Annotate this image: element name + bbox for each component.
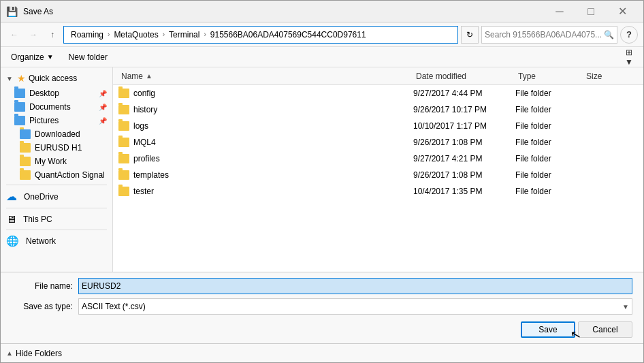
secondary-toolbar: Organize ▼ New folder ⊞ ▼ [1,47,643,67]
address-bar[interactable]: Roaming › MetaQuotes › Terminal › 915566… [63,26,458,44]
table-row[interactable]: tester 10/4/2017 1:35 PM File folder [113,183,643,200]
sidebar-item-onedrive[interactable]: ☁ OneDrive [1,188,112,205]
file-date: 10/10/2017 1:17 PM [413,121,515,131]
sidebar-item-eurusd-label: EURUSD H1 [35,143,82,153]
table-row[interactable]: MQL4 9/26/2017 1:08 PM File folder [113,134,643,151]
footer-chevron-icon: ▲ [6,349,13,357]
quick-access-label: Quick access [29,74,77,83]
search-box[interactable]: 🔍 [481,26,617,44]
new-folder-button[interactable]: New folder [64,49,112,65]
savetype-select[interactable]: ASCII Text (*.csv) ▼ [78,298,632,315]
save-button[interactable]: Save [521,321,575,338]
file-name: history [133,105,413,114]
pin-icon-pictures: 📌 [99,117,107,125]
sidebar-item-quantaction[interactable]: QuantAction Signal [1,168,112,182]
forward-button[interactable]: → [25,27,42,43]
back-button[interactable]: ← [6,27,22,43]
documents-folder-icon [14,102,25,112]
file-date: 9/27/2017 4:44 PM [413,89,515,98]
search-input[interactable] [485,30,601,40]
close-button[interactable]: ✕ [607,1,638,22]
search-icon: 🔍 [604,30,614,40]
sidebar-item-mywork-label: My Work [35,157,67,166]
table-row[interactable]: profiles 9/27/2017 4:21 PM File folder [113,151,643,167]
file-header: Name ▲ Date modified Type Size [113,67,643,85]
folder-icon [118,121,129,131]
cancel-button[interactable]: Cancel [578,321,632,338]
sidebar-item-documents[interactable]: Documents 📌 [1,100,112,114]
addr-terminal[interactable]: Terminal [166,29,202,41]
savetype-value: ASCII Text (*.csv) [82,302,629,311]
filename-input[interactable] [78,278,632,294]
folder-icon [118,170,129,180]
file-type: File folder [515,170,583,180]
sidebar-item-network[interactable]: 🌐 Network [1,233,112,249]
onedrive-icon: ☁ [6,190,17,203]
file-date: 9/26/2017 10:17 PM [413,105,515,114]
help-button[interactable]: ? [620,26,638,44]
file-type: File folder [515,89,583,98]
sidebar-item-desktop[interactable]: Desktop 📌 [1,86,112,100]
organize-chevron-icon: ▼ [47,53,54,61]
view-options-button[interactable]: ⊞ ▼ [620,49,638,65]
organize-button[interactable]: Organize ▼ [6,49,59,65]
organize-label: Organize [11,52,44,62]
dialog-icon: 💾 [6,6,18,17]
col-header-name[interactable]: Name ▲ [118,67,413,84]
quick-access-header[interactable]: ▼ ★ Quick access [1,70,112,86]
sidebar-item-desktop-label: Desktop [29,89,59,98]
sidebar-item-mywork[interactable]: My Work [1,155,112,168]
file-name: logs [133,121,413,131]
hide-folders-label[interactable]: Hide Folders [16,349,62,358]
file-name: MQL4 [133,138,413,147]
file-type: File folder [515,138,583,147]
maximize-button[interactable]: □ [575,1,607,22]
col-name-label: Name [121,72,143,81]
folder-icon [118,105,129,114]
col-header-type[interactable]: Type [515,67,583,84]
toolbar-right: ⊞ ▼ [620,49,638,65]
eurusd-folder-icon [20,143,31,153]
savetype-arrow-icon: ▼ [622,303,629,311]
sidebar-item-onedrive-label: OneDrive [24,192,59,202]
col-size-label: Size [586,72,602,81]
col-header-size[interactable]: Size [583,67,638,84]
file-name: profiles [133,154,413,163]
sidebar-item-network-label: Network [26,236,56,246]
addr-folder[interactable]: 915566BA06ADA407569C544CC0D97611 [208,29,369,41]
save-button-wrap: Save ↖ [521,321,575,338]
thispc-icon: 🖥 [6,213,16,225]
col-name-sort-icon: ▲ [146,72,152,80]
pin-icon-documents: 📌 [99,104,107,111]
title-bar: 💾 Save As ─ □ ✕ [1,1,643,22]
folder-icon [118,154,129,163]
table-row[interactable]: templates 9/26/2017 1:08 PM File folder [113,167,643,183]
filename-row: File name: [12,278,632,294]
file-date: 9/26/2017 1:08 PM [413,170,515,180]
sidebar-item-downloaded[interactable]: Downloaded [1,127,112,141]
minimize-button[interactable]: ─ [544,1,575,22]
sidebar-item-pictures[interactable]: Pictures 📌 [1,114,112,127]
refresh-button[interactable]: ↻ [461,26,479,44]
sidebar-item-thispc-label: This PC [23,215,52,224]
table-row[interactable]: logs 10/10/2017 1:17 PM File folder [113,118,643,134]
sidebar-item-thispc[interactable]: 🖥 This PC [1,211,112,227]
addr-roaming[interactable]: Roaming [68,29,106,41]
sidebar-item-pictures-label: Pictures [29,116,59,125]
col-date-label: Date modified [416,72,466,81]
up-button[interactable]: ↑ [44,27,61,43]
file-date: 10/4/2017 1:35 PM [413,187,515,196]
col-header-date[interactable]: Date modified [413,67,515,84]
file-date: 9/27/2017 4:21 PM [413,154,515,163]
address-toolbar: ← → ↑ Roaming › MetaQuotes › Terminal › … [1,22,643,47]
table-row[interactable]: history 9/26/2017 10:17 PM File folder [113,101,643,118]
file-list: Name ▲ Date modified Type Size config 9/… [113,67,643,272]
file-type: File folder [515,154,583,163]
sidebar-item-eurusd[interactable]: EURUSD H1 [1,141,112,155]
file-rows: config 9/27/2017 4:44 PM File folder his… [113,85,643,272]
pin-icon-desktop: 📌 [99,90,107,97]
table-row[interactable]: config 9/27/2017 4:44 PM File folder [113,85,643,101]
sidebar: ▼ ★ Quick access Desktop 📌 Documents 📌 P… [1,67,113,272]
file-type: File folder [515,105,583,114]
addr-metaquotes[interactable]: MetaQuotes [111,29,161,41]
